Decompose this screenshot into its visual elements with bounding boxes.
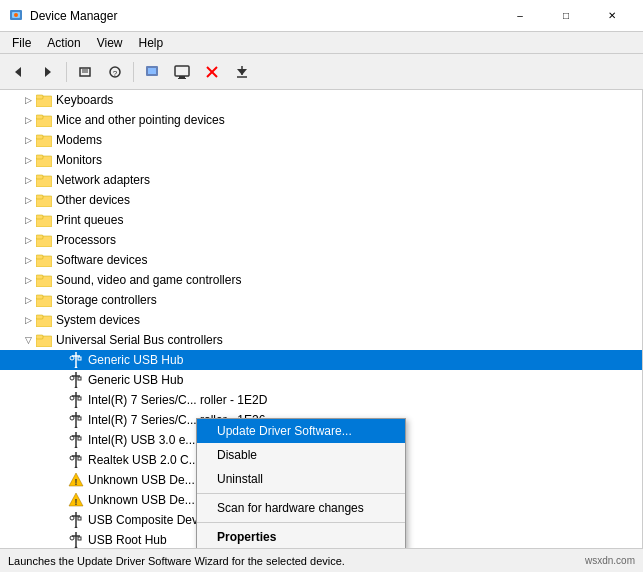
item-label-storage: Storage controllers bbox=[56, 293, 157, 307]
svg-rect-33 bbox=[36, 215, 43, 219]
tree-item-monitors[interactable]: ▷ Monitors bbox=[0, 150, 642, 170]
svg-rect-31 bbox=[36, 195, 43, 199]
svg-rect-21 bbox=[36, 95, 43, 99]
svg-rect-73 bbox=[78, 437, 81, 440]
svg-rect-67 bbox=[78, 417, 81, 420]
expand-icon-sound: ▷ bbox=[20, 272, 36, 288]
maximize-button[interactable]: □ bbox=[543, 6, 589, 26]
tree-item-modems[interactable]: ▷ Modems bbox=[0, 130, 642, 150]
tree-item-generic-usb-1[interactable]: ▷ Generic USB Hub bbox=[0, 350, 642, 370]
tree-item-generic-usb-2[interactable]: ▷ Generic USB Hub bbox=[0, 370, 642, 390]
item-label-realtek: Realtek USB 2.0 C... bbox=[88, 453, 199, 467]
folder-icon-software bbox=[36, 252, 52, 268]
expand-icon-system: ▷ bbox=[20, 312, 36, 328]
toolbar-display[interactable] bbox=[168, 58, 196, 86]
tree-panel[interactable]: ▷ Keyboards ▷ Mice and other pointing de… bbox=[0, 90, 643, 548]
svg-point-75 bbox=[75, 447, 78, 449]
item-label-modems: Modems bbox=[56, 133, 102, 147]
minimize-button[interactable]: – bbox=[497, 6, 543, 26]
svg-point-2 bbox=[14, 13, 18, 17]
item-label-composite: USB Composite Device bbox=[88, 513, 213, 527]
svg-point-97 bbox=[75, 547, 78, 549]
folder-icon-mice bbox=[36, 112, 52, 128]
item-label-software: Software devices bbox=[56, 253, 147, 267]
ctx-properties[interactable]: Properties bbox=[197, 525, 405, 548]
main-area: ▷ Keyboards ▷ Mice and other pointing de… bbox=[0, 90, 643, 548]
svg-rect-37 bbox=[36, 255, 43, 259]
toolbar-forward[interactable] bbox=[34, 58, 62, 86]
svg-rect-25 bbox=[36, 135, 43, 139]
toolbar-properties[interactable] bbox=[71, 58, 99, 86]
tree-item-other[interactable]: ▷ Other devices bbox=[0, 190, 642, 210]
svg-rect-13 bbox=[179, 76, 185, 78]
svg-rect-55 bbox=[78, 377, 81, 380]
ctx-update-driver[interactable]: Update Driver Software... bbox=[197, 419, 405, 443]
folder-icon-usb-controllers bbox=[36, 332, 52, 348]
tree-item-mice[interactable]: ▷ Mice and other pointing devices bbox=[0, 110, 642, 130]
usb-icon-intel-1 bbox=[68, 392, 84, 408]
svg-rect-35 bbox=[36, 235, 43, 239]
menu-view[interactable]: View bbox=[89, 34, 131, 52]
expand-icon-software: ▷ bbox=[20, 252, 36, 268]
tree-item-intel-1[interactable]: ▷ Intel(R) 7 Series/C... roller - 1E2D bbox=[0, 390, 642, 410]
item-label-intel-1: Intel(R) 7 Series/C... roller - 1E2D bbox=[88, 393, 267, 407]
svg-rect-43 bbox=[36, 315, 43, 319]
usb-icon-intel-3 bbox=[68, 432, 84, 448]
toolbar-scan[interactable] bbox=[138, 58, 166, 86]
menu-action[interactable]: Action bbox=[39, 34, 88, 52]
svg-rect-23 bbox=[36, 115, 43, 119]
svg-text:!: ! bbox=[75, 497, 78, 507]
tree-item-keyboards[interactable]: ▷ Keyboards bbox=[0, 90, 642, 110]
folder-icon-sound bbox=[36, 272, 52, 288]
usb-icon-composite bbox=[68, 512, 84, 528]
ctx-uninstall[interactable]: Uninstall bbox=[197, 467, 405, 491]
warn-icon-unknown-1: ! bbox=[68, 472, 84, 488]
usb-icon-intel-2 bbox=[68, 412, 84, 428]
expand-icon-mice: ▷ bbox=[20, 112, 36, 128]
folder-icon-modems bbox=[36, 132, 52, 148]
svg-point-91 bbox=[75, 527, 78, 529]
svg-point-81 bbox=[75, 467, 78, 469]
ctx-scan-hardware[interactable]: Scan for hardware changes bbox=[197, 496, 405, 520]
item-label-unknown-1: Unknown USB De... bbox=[88, 473, 195, 487]
item-label-print: Print queues bbox=[56, 213, 123, 227]
toolbar-help[interactable]: ? bbox=[101, 58, 129, 86]
close-button[interactable]: ✕ bbox=[589, 6, 635, 26]
status-bar: Launches the Update Driver Software Wiza… bbox=[0, 548, 643, 572]
expand-icon-network: ▷ bbox=[20, 172, 36, 188]
svg-point-63 bbox=[75, 407, 78, 409]
svg-rect-61 bbox=[78, 397, 81, 400]
svg-marker-3 bbox=[15, 67, 21, 77]
svg-rect-79 bbox=[78, 457, 81, 460]
svg-text:!: ! bbox=[75, 477, 78, 487]
item-label-unknown-2: Unknown USB De... bbox=[88, 493, 195, 507]
menu-help[interactable]: Help bbox=[131, 34, 172, 52]
svg-rect-39 bbox=[36, 275, 43, 279]
folder-icon-network bbox=[36, 172, 52, 188]
tree-item-system[interactable]: ▷ System devices bbox=[0, 310, 642, 330]
app-icon bbox=[8, 8, 24, 24]
item-label-generic-usb-1: Generic USB Hub bbox=[88, 353, 183, 367]
svg-marker-4 bbox=[45, 67, 51, 77]
tree-item-software[interactable]: ▷ Software devices bbox=[0, 250, 642, 270]
folder-icon-monitors bbox=[36, 152, 52, 168]
tree-item-print[interactable]: ▷ Print queues bbox=[0, 210, 642, 230]
svg-rect-12 bbox=[175, 66, 189, 76]
expand-icon-storage: ▷ bbox=[20, 292, 36, 308]
tree-item-sound[interactable]: ▷ Sound, video and game controllers bbox=[0, 270, 642, 290]
status-brand: wsxdn.com bbox=[585, 555, 635, 566]
tree-item-network[interactable]: ▷ Network adapters bbox=[0, 170, 642, 190]
folder-icon-processors bbox=[36, 232, 52, 248]
toolbar-back[interactable] bbox=[4, 58, 32, 86]
item-label-intel-3: Intel(R) USB 3.0 e... bbox=[88, 433, 195, 447]
expand-icon-print: ▷ bbox=[20, 212, 36, 228]
svg-point-57 bbox=[75, 387, 78, 389]
tree-item-processors[interactable]: ▷ Processors bbox=[0, 230, 642, 250]
toolbar-remove[interactable] bbox=[198, 58, 226, 86]
expand-icon-other: ▷ bbox=[20, 192, 36, 208]
tree-item-usb-controllers[interactable]: ▽ Universal Serial Bus controllers bbox=[0, 330, 642, 350]
menu-file[interactable]: File bbox=[4, 34, 39, 52]
toolbar-download[interactable] bbox=[228, 58, 256, 86]
ctx-disable[interactable]: Disable bbox=[197, 443, 405, 467]
tree-item-storage[interactable]: ▷ Storage controllers bbox=[0, 290, 642, 310]
